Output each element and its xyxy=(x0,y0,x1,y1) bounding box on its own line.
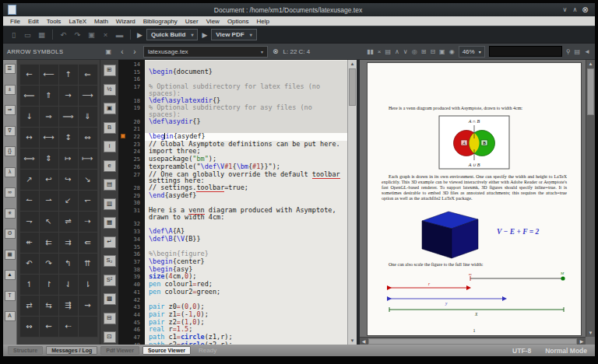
relation-symbols-icon[interactable]: ± xyxy=(5,85,16,95)
arrow-symbol-button[interactable]: ↷ xyxy=(39,253,59,275)
arrow-symbol-button[interactable]: ⟺ xyxy=(19,148,40,170)
minimize-button[interactable]: ∨ xyxy=(560,6,570,13)
arrow-symbol-button[interactable]: ↿ xyxy=(19,274,40,296)
previous-document-icon[interactable]: ‹ xyxy=(118,47,126,56)
arrow-symbol-button[interactable]: ↼ xyxy=(19,190,40,212)
arrow-symbol-button[interactable]: ↓ xyxy=(19,106,40,128)
scrollbar-thumb[interactable] xyxy=(368,338,577,345)
code-editor[interactable]: 1415\begin{document}1617% Optional subdi… xyxy=(118,60,357,345)
scroll-left-icon[interactable]: ◀ xyxy=(360,338,368,344)
asymptote-icon[interactable]: A xyxy=(5,311,16,321)
structure-tab-icon[interactable]: ☰ xyxy=(5,64,16,74)
scroll-up-icon[interactable]: ▲ xyxy=(348,60,357,68)
two-page-icon[interactable]: ▣ xyxy=(439,48,445,55)
close-button[interactable]: ⊗ xyxy=(580,5,590,14)
arrow-symbol-button[interactable]: ⟸ xyxy=(19,85,40,107)
fit-width-icon[interactable]: ⊞ xyxy=(421,48,427,55)
tikz-icon[interactable]: T xyxy=(5,291,16,301)
editor-line[interactable]: 15\begin{document} xyxy=(118,68,347,76)
arrow-symbol-button[interactable]: ⟹ xyxy=(58,106,79,128)
scrollbar-thumb[interactable] xyxy=(349,68,356,106)
greek-letters-icon[interactable]: λ xyxy=(5,167,16,177)
editor-line[interactable]: 29\end{asydef} xyxy=(118,192,347,200)
tab-structure[interactable]: Structure xyxy=(8,346,43,355)
arrow-symbol-button[interactable]: ⇌ xyxy=(58,211,79,233)
arrow-symbol-button[interactable]: ↾ xyxy=(39,274,59,296)
editor-line[interactable]: 41pen colour2=green; xyxy=(118,289,347,296)
next-document-icon[interactable]: › xyxy=(131,47,139,56)
editor-line[interactable]: 17% Optional subdirectory for latex file… xyxy=(118,83,347,96)
cut-icon[interactable]: × xyxy=(100,30,111,39)
matrix-icon[interactable]: ▩ xyxy=(104,293,116,305)
arrow-symbol-button[interactable]: ← xyxy=(19,64,40,86)
arrow-symbol-button[interactable]: ↘ xyxy=(78,169,98,191)
menu-item-wizard[interactable]: Wizard xyxy=(112,18,139,25)
tab-pdf-viewer[interactable]: Pdf Viewer xyxy=(100,346,139,355)
arrow-symbols-icon[interactable]: ⇒ xyxy=(5,105,16,115)
align-center-icon[interactable]: ▥ xyxy=(104,198,116,210)
bold-icon[interactable]: B xyxy=(104,122,116,134)
arrow-symbol-button[interactable]: ⇂ xyxy=(78,274,98,296)
menu-item-edit[interactable]: Edit xyxy=(24,18,43,25)
arrow-symbol-button[interactable]: ↪ xyxy=(58,169,79,191)
justify-icon[interactable]: ▦ xyxy=(104,217,116,229)
view-pdf-combo[interactable]: View PDF ▾ xyxy=(211,29,256,40)
arrow-symbol-button[interactable]: ⇔ xyxy=(78,127,98,149)
menu-item-view[interactable]: View xyxy=(202,18,223,25)
arrow-symbol-button[interactable]: ⟶ xyxy=(78,85,98,107)
arrow-symbol-button[interactable]: ↭ xyxy=(19,316,40,338)
pdf-search-input[interactable] xyxy=(489,46,562,57)
pause-icon[interactable]: ▮▮ xyxy=(367,48,374,55)
menu-item-options[interactable]: Options xyxy=(223,18,253,25)
arrow-symbol-button[interactable]: ⇓ xyxy=(78,106,98,128)
maximize-button[interactable]: ∧ xyxy=(570,6,580,13)
open-folder-icon[interactable]: ▭ xyxy=(22,30,33,39)
new-document-icon[interactable]: ▯ xyxy=(8,30,19,39)
next-page-icon[interactable]: ∨ xyxy=(403,48,408,55)
arrow-symbol-button[interactable]: ⇚ xyxy=(78,232,98,254)
fit-page-icon[interactable]: ⊟ xyxy=(430,48,435,55)
misc-symbols-icon[interactable]: ∞ xyxy=(5,187,16,198)
arrow-symbol-button[interactable]: ⟷ xyxy=(39,127,59,149)
arrow-symbol-button[interactable]: ↦ xyxy=(58,148,79,170)
presentation-icon[interactable]: ◉ xyxy=(449,48,455,55)
scroll-down-icon[interactable]: ▼ xyxy=(586,329,595,337)
close-document-icon[interactable]: ⊗ xyxy=(273,47,279,55)
delimiters-icon[interactable]: {} xyxy=(5,146,16,156)
arrow-symbol-button[interactable]: ⇒ xyxy=(39,106,59,128)
log-icon[interactable]: ▤ xyxy=(385,48,391,55)
pstricks-icon[interactable]: ▦ xyxy=(5,250,16,260)
arrow-symbol-button[interactable]: ↶ xyxy=(19,253,40,275)
editor-line[interactable]: 19% Optional subdirectory for asy files … xyxy=(118,104,347,117)
newline-icon[interactable]: ↵ xyxy=(104,236,116,248)
save-icon[interactable]: ▦ xyxy=(36,30,47,39)
print-icon[interactable]: ▤ xyxy=(575,48,581,55)
metapost-icon[interactable]: ▲ xyxy=(5,270,16,280)
most-used-icon[interactable]: ✳ xyxy=(5,208,16,219)
arrow-symbol-button[interactable]: → xyxy=(58,85,79,107)
arrow-symbol-button[interactable]: ↗ xyxy=(19,169,40,191)
menu-item-user[interactable]: User xyxy=(181,18,202,25)
arrow-symbol-button[interactable]: ⇑ xyxy=(39,85,59,107)
redo-icon[interactable]: ↷ xyxy=(72,30,83,39)
fraction-icon[interactable]: ½ xyxy=(104,84,116,96)
menu-item-help[interactable]: Help xyxy=(252,18,273,25)
arrow-symbol-button[interactable]: ↽ xyxy=(78,190,98,212)
arrow-symbol-button[interactable]: ↩ xyxy=(39,169,59,191)
scroll-right-icon[interactable]: ▶ xyxy=(578,338,586,344)
arrow-symbol-button[interactable]: ⇉ xyxy=(58,232,79,254)
italic-icon[interactable]: i xyxy=(104,141,116,152)
run-quick-build-icon[interactable]: ▶ xyxy=(137,31,142,39)
emphasis-icon[interactable]: e xyxy=(104,160,116,172)
arrow-symbol-button[interactable]: ↕ xyxy=(58,127,79,149)
arrow-symbol-button[interactable]: ⇆ xyxy=(39,295,59,317)
menu-item-latex[interactable]: LaTeX xyxy=(65,18,90,25)
cube-image[interactable] xyxy=(410,204,484,260)
copy-icon[interactable]: ▣ xyxy=(86,30,97,39)
arrow-symbol-button[interactable]: ⇈ xyxy=(78,253,98,275)
search-icon[interactable]: ⚲ xyxy=(566,48,571,55)
editor-line[interactable]: 31Here is a venn diagram produced with A… xyxy=(118,207,347,220)
tab-messages-log[interactable]: Messages / Log xyxy=(46,346,97,355)
scrollbar-thumb[interactable] xyxy=(587,68,594,115)
external-viewer-icon[interactable]: ◄ xyxy=(584,48,590,55)
